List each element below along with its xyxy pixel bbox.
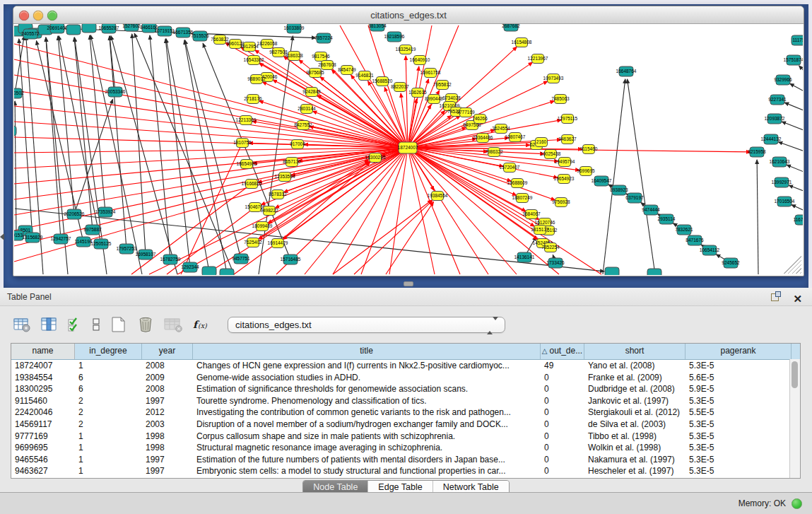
cell-short[interactable]: Tibbo et al. (1998) xyxy=(584,431,686,443)
graph-edge[interactable] xyxy=(778,142,803,153)
graph-edge[interactable] xyxy=(792,205,803,214)
cell-name[interactable]: 9115460 xyxy=(11,395,75,407)
graph-edge[interactable] xyxy=(150,35,170,259)
graph-edge[interactable] xyxy=(185,40,241,259)
graph-edge[interactable] xyxy=(253,162,370,243)
splitpane-collapse-arrow-icon[interactable] xyxy=(0,233,4,240)
function-builder-icon[interactable]: f(x) xyxy=(191,316,212,333)
close-traffic-light-icon[interactable] xyxy=(19,11,29,21)
graph-edge[interactable] xyxy=(167,207,255,274)
cell-short[interactable]: de Silva et al. (2003) xyxy=(584,419,686,431)
cell-short[interactable]: Wolkin et al. (1998) xyxy=(584,442,686,454)
cell-pagerank[interactable]: 5.3E-5 xyxy=(686,454,792,466)
graph-edge[interactable] xyxy=(111,36,177,274)
graph-edge[interactable] xyxy=(19,39,33,238)
cell-short[interactable]: Dudbridge et al. (2008) xyxy=(584,383,686,395)
network-canvas[interactable]: 2405572206914061065528715276028466160107… xyxy=(14,24,803,275)
graph-edge[interactable] xyxy=(74,37,93,230)
cell-year[interactable]: 2008 xyxy=(142,383,193,395)
minimize-traffic-light-icon[interactable] xyxy=(33,11,43,21)
cell-title[interactable]: Structural magnetic resonance image aver… xyxy=(193,442,541,454)
cell-pagerank[interactable]: 5.3E-5 xyxy=(686,442,792,454)
cell-name[interactable]: 9699695 xyxy=(11,442,75,454)
cell-out_de[interactable]: 0 xyxy=(541,465,584,477)
cell-name[interactable]: 18724007 xyxy=(11,360,75,372)
column-header-title[interactable]: title xyxy=(193,344,541,359)
column-header-year[interactable]: year xyxy=(142,344,193,359)
graph-node[interactable] xyxy=(605,267,619,275)
table-row[interactable]: 1938455462009Genome-wide association stu… xyxy=(11,372,792,384)
column-header-in_degree[interactable]: in_degree xyxy=(75,344,142,359)
cell-out_de[interactable]: 0 xyxy=(541,395,584,407)
cell-short[interactable]: Nakamura et al. (1997) xyxy=(584,454,686,466)
graph-edge[interactable] xyxy=(181,143,242,274)
cell-short[interactable]: Hescheler et al. (1997) xyxy=(584,465,686,477)
graph-edge[interactable] xyxy=(333,200,432,274)
cell-name[interactable]: 19384554 xyxy=(11,372,75,384)
graph-node[interactable] xyxy=(202,267,216,275)
graph-edge[interactable] xyxy=(14,90,408,148)
cell-out_de[interactable]: 0 xyxy=(541,407,584,419)
graph-edge[interactable] xyxy=(110,36,126,249)
cell-in_degree[interactable]: 2 xyxy=(75,419,142,431)
graph-edge[interactable] xyxy=(408,148,460,274)
graph-edge[interactable] xyxy=(408,66,419,148)
cell-pagerank[interactable]: 5.3E-5 xyxy=(686,465,792,477)
graph-node[interactable] xyxy=(66,25,81,35)
memory-status-indicator-icon[interactable] xyxy=(792,498,802,509)
graph-edge[interactable] xyxy=(784,103,803,113)
cell-in_degree[interactable]: 6 xyxy=(75,383,142,395)
graph-edge[interactable] xyxy=(408,25,432,148)
graph-edge[interactable] xyxy=(110,36,115,92)
cell-in_degree[interactable]: 1 xyxy=(75,465,142,477)
table-row[interactable]: 977716911998Corpus callosum shape and si… xyxy=(11,431,792,443)
column-header-short[interactable]: short xyxy=(584,344,686,359)
graph-edge[interactable] xyxy=(14,148,408,153)
cell-pagerank[interactable]: 5.5E-5 xyxy=(686,407,792,419)
graph-edge[interactable] xyxy=(408,148,526,211)
cell-pagerank[interactable]: 5.3E-5 xyxy=(686,431,792,443)
graph-edge[interactable] xyxy=(628,79,655,274)
cell-name[interactable]: 14569117 xyxy=(11,419,75,431)
table-row[interactable]: 911546021997Tourette syndrome. Phenomeno… xyxy=(11,395,792,407)
table-row[interactable]: 946362711997Embryonic stem cells: a mode… xyxy=(11,465,792,477)
scrollbar-thumb[interactable] xyxy=(792,361,798,388)
network-window-titlebar[interactable]: citations_edges.txt xyxy=(13,6,804,24)
graph-edge[interactable] xyxy=(134,33,234,274)
float-panel-icon[interactable] xyxy=(771,291,781,301)
cell-title[interactable]: Changes of HCN gene expression and I(f) … xyxy=(193,360,541,372)
graph-edge[interactable] xyxy=(14,44,408,148)
table-vertical-scrollbar[interactable] xyxy=(789,359,800,478)
table-settings-icon[interactable] xyxy=(13,316,33,333)
cell-title[interactable]: Estimation of significance thresholds fo… xyxy=(193,383,541,395)
cell-short[interactable]: Stergiakouli et al. (2012) xyxy=(584,407,686,419)
cell-title[interactable]: Corpus callosum shape and size in male p… xyxy=(193,431,541,443)
cell-pagerank[interactable]: 5.3E-5 xyxy=(686,395,792,407)
citation-network-graph[interactable]: 2405572206914061065528715276028466160107… xyxy=(14,24,803,275)
graph-edge[interactable] xyxy=(90,35,105,212)
cell-short[interactable]: Jankovic et al. (1997) xyxy=(584,395,686,407)
graph-edge[interactable] xyxy=(14,148,408,184)
table-row[interactable]: 1456911722003Disruption of a novel membe… xyxy=(11,419,792,431)
maximize-traffic-light-icon[interactable] xyxy=(47,11,57,21)
graph-edge[interactable] xyxy=(799,66,803,78)
cell-name[interactable]: 9777169 xyxy=(11,431,75,443)
graph-edge[interactable] xyxy=(74,99,113,214)
cell-title[interactable]: Genome-wide association studies in ADHD. xyxy=(193,372,541,384)
graph-edge[interactable] xyxy=(789,185,803,194)
cell-name[interactable]: 18300295 xyxy=(11,383,75,395)
cell-year[interactable]: 1998 xyxy=(142,431,193,443)
cell-pagerank[interactable]: 5.9E-5 xyxy=(686,383,792,395)
column-header-pagerank[interactable]: pagerank xyxy=(686,344,792,359)
column-header-out_de[interactable]: △out_de... xyxy=(541,344,584,359)
cell-year[interactable]: 2012 xyxy=(142,407,193,419)
cell-year[interactable]: 2008 xyxy=(142,360,193,372)
cell-title[interactable]: Investigating the contribution of common… xyxy=(193,407,541,419)
create-column-icon[interactable] xyxy=(109,315,129,334)
cell-name[interactable]: 9463627 xyxy=(11,465,75,477)
cell-year[interactable]: 1997 xyxy=(142,395,193,407)
cell-in_degree[interactable]: 1 xyxy=(75,454,142,466)
cell-name[interactable]: 22420046 xyxy=(11,407,75,419)
table-row[interactable]: 1872400712008Changes of HCN gene express… xyxy=(11,360,792,372)
graph-edge[interactable] xyxy=(333,148,408,274)
